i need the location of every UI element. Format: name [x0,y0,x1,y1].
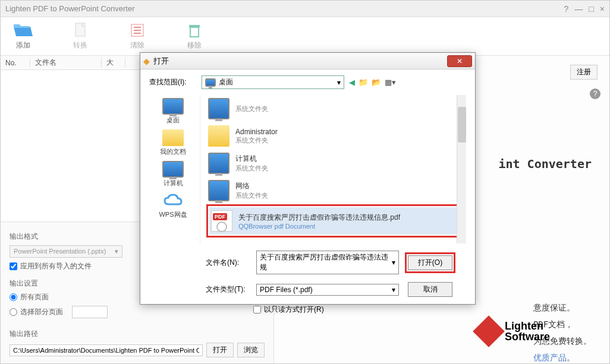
computer-icon [162,161,184,178]
chevron-down-icon: ▾ [115,248,118,255]
pdf-file-icon: PDF [211,210,232,232]
window-controls: ? — □ × [564,4,605,14]
file-item-network[interactable]: 网络系统文件夹 [206,177,466,204]
chevron-down-icon: ▾ [337,78,341,87]
file-item-pdf[interactable]: PDF 关于百度搜索严厉打击虚假诈骗等违法违规信息.pdfQQBrowser p… [209,207,463,235]
promo-link[interactable]: 优质产品 [533,353,567,362]
place-wps[interactable]: WPS网盘 [159,192,187,219]
file-list[interactable]: 系统文件夹 Administrator系统文件夹 计算机系统文件夹 网络系统文件… [200,95,466,243]
help-icon[interactable]: ? [590,88,600,99]
dialog-open-button[interactable]: 打开(O) [408,255,452,270]
col-size[interactable]: 大 [102,58,125,68]
output-path-input[interactable] [10,344,203,356]
new-folder-icon[interactable]: 📂 [372,78,381,87]
place-computer[interactable]: 计算机 [162,161,184,188]
convert-button[interactable]: 转换 [70,22,91,50]
document-icon [70,22,91,39]
network-icon [208,180,229,201]
folder-icon [162,129,184,146]
output-path-label: 输出路径 [10,329,265,339]
app-icon: ◆ [143,56,150,66]
trash-icon [184,22,205,39]
clear-list-icon [127,22,148,39]
main-toolbar: 添加 转换 清除 移除 [1,17,609,56]
cloud-icon [162,192,184,209]
browse-button[interactable]: 浏览 [237,343,265,357]
scroll-thumb[interactable] [458,107,466,143]
svg-rect-6 [189,25,200,27]
dialog-cancel-button[interactable]: 取消 [408,282,452,297]
promo-title: int Converter [498,157,592,171]
back-icon[interactable]: ◀ [349,78,355,87]
help-button[interactable]: ? [564,4,569,14]
file-item-selected-highlight: PDF 关于百度搜索严厉打击虚假诈骗等违法违规信息.pdfQQBrowser p… [206,204,466,238]
filetype-select[interactable]: PDF Files (*.pdf)▾ [256,284,399,296]
desktop-icon [205,78,216,87]
col-no[interactable]: No. [1,59,30,67]
chevron-down-icon[interactable]: ▾ [392,258,395,267]
brand-logo: Lighten Software [477,320,550,343]
filename-input[interactable]: 关于百度搜索严厉打击虚假诈骗等违法违规▾ [256,251,399,274]
dialog-toolbar: ◀ 📁 📂 ▦▾ [349,78,396,87]
file-item-sysfolder[interactable]: 系统文件夹 [206,95,466,122]
minimize-button[interactable]: — [574,4,583,14]
app-title: Lighten PDF to PowerPoint Converter [5,4,564,13]
dialog-close-button[interactable]: ✕ [447,55,472,67]
filetype-label: 文件类型(T): [206,284,250,295]
page-range-input[interactable] [72,306,108,318]
scrollbar[interactable] [457,95,466,243]
lookin-select[interactable]: 桌面 ▾ [202,75,344,89]
open-path-button[interactable]: 打开 [206,343,234,357]
view-menu-icon[interactable]: ▦▾ [385,78,396,87]
filename-label: 文件名(N): [206,258,250,268]
col-filename[interactable]: 文件名 [30,58,102,68]
chevron-down-icon[interactable]: ▾ [392,286,395,294]
up-folder-icon[interactable]: 📁 [359,78,368,87]
place-desktop[interactable]: 桌面 [162,98,184,125]
close-button[interactable]: × [600,4,605,14]
dialog-titlebar[interactable]: ◆ 打开 ✕ [140,53,475,69]
computer-icon [208,153,229,174]
places-bar: 桌面 我的文档 计算机 WPS网盘 [149,95,197,243]
computer-icon [208,98,229,119]
add-button[interactable]: 添加 [12,22,34,50]
clear-button[interactable]: 清除 [127,22,148,50]
desktop-icon [162,98,184,115]
file-item-admin[interactable]: Administrator系统文件夹 [206,122,466,150]
open-file-dialog: ◆ 打开 ✕ 查找范围(I): 桌面 ▾ ◀ 📁 📂 ▦▾ 桌面 [140,52,476,305]
svg-rect-5 [190,27,199,37]
dialog-title: ◆ 打开 [143,56,447,67]
folder-icon [208,125,229,147]
titlebar: Lighten PDF to PowerPoint Converter ? — … [1,1,609,17]
readonly-checkbox[interactable]: 以只读方式打开(R) [253,305,466,315]
logo-icon [473,315,505,347]
svg-rect-0 [76,23,85,36]
remove-button[interactable]: 移除 [184,22,205,50]
folder-open-icon [12,22,34,39]
register-button[interactable]: 注册 [570,65,598,80]
maximize-button[interactable]: □ [589,4,593,14]
place-mydocs[interactable]: 我的文档 [160,129,186,156]
open-button-highlight: 打开(O) [405,252,455,273]
lookin-label: 查找范围(I): [149,77,197,87]
file-item-computer[interactable]: 计算机系统文件夹 [206,150,466,177]
output-format-select[interactable]: PowerPoint Presentation (.pptx)▾ [10,245,122,258]
